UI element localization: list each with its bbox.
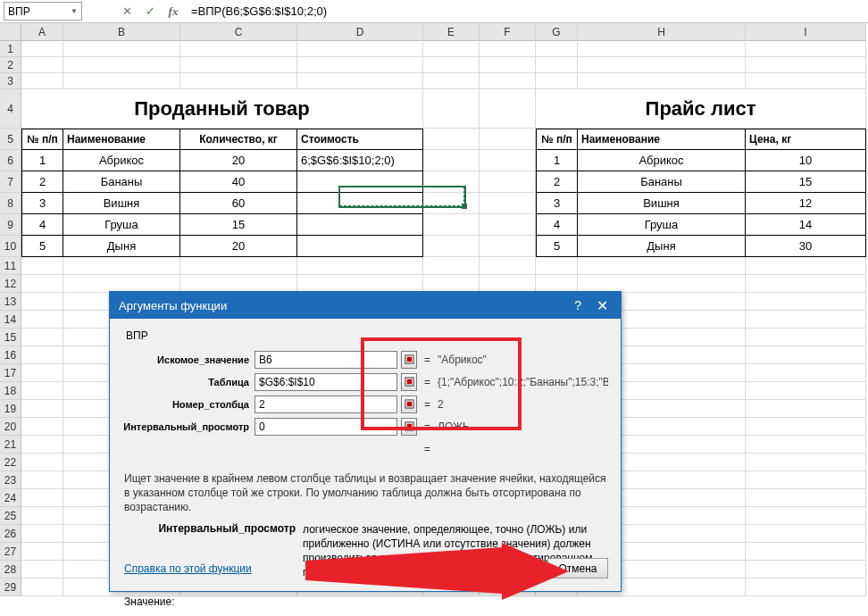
cell-E4[interactable]: [423, 89, 480, 129]
column-header-D[interactable]: D: [297, 23, 423, 41]
row-header-12[interactable]: 12: [0, 275, 21, 293]
cell-I24[interactable]: [746, 489, 866, 507]
cell-A13[interactable]: [21, 293, 63, 311]
cell-D3[interactable]: [297, 73, 423, 89]
cell-G3[interactable]: [536, 73, 578, 89]
row-header-10[interactable]: 10: [0, 236, 21, 257]
row-header-4[interactable]: 4: [0, 89, 21, 129]
dialog-titlebar[interactable]: Аргументы функции ? ✕: [110, 292, 621, 319]
row-header-28[interactable]: 28: [0, 561, 21, 579]
cell-A17[interactable]: [21, 364, 63, 382]
cell-D12[interactable]: [297, 275, 423, 293]
cell-A7[interactable]: 2: [21, 171, 63, 193]
ok-button[interactable]: OK: [480, 558, 540, 579]
cell-C6[interactable]: 20: [180, 150, 297, 171]
formula-input[interactable]: [186, 2, 864, 21]
cell-H2[interactable]: [578, 57, 746, 73]
cell-I3[interactable]: [746, 73, 866, 89]
cell-I9[interactable]: 14: [746, 214, 866, 236]
confirm-icon[interactable]: ✓: [143, 4, 157, 19]
cell-C2[interactable]: [180, 57, 297, 73]
cell-C5[interactable]: Количество, кг: [180, 129, 297, 150]
cell-G11[interactable]: [536, 257, 578, 275]
cell-C8[interactable]: 60: [180, 193, 297, 214]
help-icon[interactable]: ?: [574, 298, 581, 312]
cell-I7[interactable]: 15: [746, 171, 866, 193]
cell-C7[interactable]: 40: [180, 171, 297, 193]
row-header-17[interactable]: 17: [0, 364, 21, 382]
cell-A25[interactable]: [21, 507, 63, 525]
arg-input-2[interactable]: [255, 395, 397, 413]
cell-A23[interactable]: [21, 471, 63, 489]
cell-I15[interactable]: [746, 329, 866, 346]
row-header-8[interactable]: 8: [0, 193, 21, 214]
cell-B5[interactable]: Наименование: [63, 129, 180, 150]
cell-G7[interactable]: 2: [536, 171, 578, 193]
cell-A18[interactable]: [21, 382, 63, 400]
cell-A29[interactable]: [21, 579, 63, 596]
cell-F11[interactable]: [480, 257, 536, 275]
cell-F4[interactable]: [480, 89, 536, 129]
cell-H10[interactable]: Дыня: [578, 236, 746, 257]
range-select-icon[interactable]: [401, 351, 417, 369]
cell-I27[interactable]: [746, 543, 866, 561]
cell-D6[interactable]: 6;$G$6:$I$10;2;0): [297, 150, 423, 171]
cell-A21[interactable]: [21, 436, 63, 454]
cell-A19[interactable]: [21, 400, 63, 418]
cell-I23[interactable]: [746, 471, 866, 489]
cancel-button[interactable]: Отмена: [547, 558, 608, 579]
cell-C11[interactable]: [180, 257, 297, 275]
column-header-I[interactable]: I: [746, 23, 866, 41]
cell-I13[interactable]: [746, 293, 866, 311]
cell-A15[interactable]: [21, 329, 63, 346]
cell-A6[interactable]: 1: [21, 150, 63, 171]
cell-B8[interactable]: Вишня: [63, 193, 180, 214]
cell-C1[interactable]: [180, 41, 297, 57]
cell-H6[interactable]: Абрикос: [578, 150, 746, 171]
cell-I26[interactable]: [746, 525, 866, 543]
cell-I11[interactable]: [746, 257, 866, 275]
cell-I8[interactable]: 12: [746, 193, 866, 214]
range-select-icon[interactable]: [401, 395, 417, 413]
cell-E7[interactable]: [423, 171, 480, 193]
cell-A12[interactable]: [21, 275, 63, 293]
cell-E11[interactable]: [423, 257, 480, 275]
column-header-H[interactable]: H: [578, 23, 746, 41]
cell-I10[interactable]: 30: [746, 236, 866, 257]
arg-input-0[interactable]: [255, 351, 397, 369]
cell-B2[interactable]: [63, 57, 180, 73]
cell-E1[interactable]: [423, 41, 480, 57]
row-header-6[interactable]: 6: [0, 150, 21, 171]
cell-A26[interactable]: [21, 525, 63, 543]
row-header-3[interactable]: 3: [0, 73, 21, 89]
cell-I5[interactable]: Цена, кг: [746, 129, 866, 150]
cell-A2[interactable]: [21, 57, 63, 73]
row-header-11[interactable]: 11: [0, 257, 21, 275]
cell-B7[interactable]: Бананы: [63, 171, 180, 193]
row-header-2[interactable]: 2: [0, 57, 21, 73]
column-header-A[interactable]: A: [21, 23, 63, 41]
cell-F3[interactable]: [480, 73, 536, 89]
cell-E5[interactable]: [423, 129, 480, 150]
cell-A9[interactable]: 4: [21, 214, 63, 236]
cell-D8[interactable]: [297, 193, 423, 214]
cell-F10[interactable]: [480, 236, 536, 257]
cell-D1[interactable]: [297, 41, 423, 57]
cell-D9[interactable]: [297, 214, 423, 236]
cell-I21[interactable]: [746, 436, 866, 454]
range-select-icon[interactable]: [401, 373, 417, 391]
cell-A14[interactable]: [21, 311, 63, 329]
column-header-B[interactable]: B: [63, 23, 180, 41]
cell-G2[interactable]: [536, 57, 578, 73]
row-header-25[interactable]: 25: [0, 507, 21, 525]
cell-B6[interactable]: Абрикос: [63, 150, 180, 171]
cell-B3[interactable]: [63, 73, 180, 89]
name-box[interactable]: ВПР ▼: [4, 2, 82, 21]
cell-F8[interactable]: [480, 193, 536, 214]
cell-H7[interactable]: Бананы: [578, 171, 746, 193]
cell-H5[interactable]: Наименование: [578, 129, 746, 150]
row-header-27[interactable]: 27: [0, 543, 21, 561]
cell-I14[interactable]: [746, 311, 866, 329]
cell-A27[interactable]: [21, 543, 63, 561]
cell-I25[interactable]: [746, 507, 866, 525]
